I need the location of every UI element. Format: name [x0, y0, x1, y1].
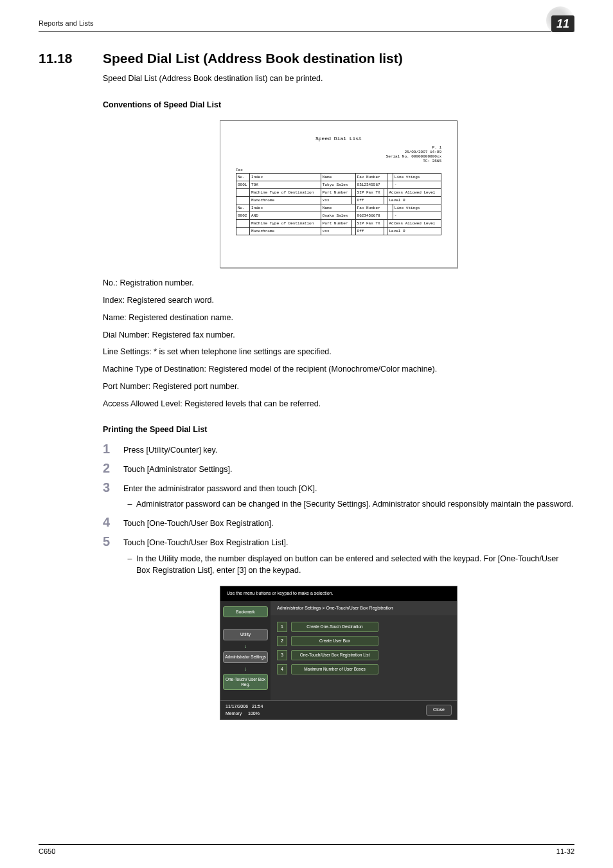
report-table: No. Index Name Fax Number Line ttings 00… [236, 173, 441, 235]
report-page: P. 1 [236, 145, 441, 150]
step-text: Touch [One-Touch/User Box Registration L… [123, 537, 574, 549]
report-datetime: 25/09/2007 14:09 [236, 150, 441, 154]
menu-item-1[interactable]: 1 Create One-Touch Destination [277, 622, 450, 632]
table-row: 0002 AND Osaka Sales 0623456678 - [236, 212, 441, 220]
step-text: Enter the administrator password and the… [123, 483, 574, 495]
top-rule [39, 31, 574, 32]
footer-left: C650 [39, 847, 55, 855]
report-meta: P. 1 25/09/2007 14:09 Serial No. 0000000… [236, 145, 441, 164]
col-lineset: Line ttings [393, 174, 441, 181]
dash-icon: – [123, 498, 136, 511]
menu-number: 1 [277, 622, 287, 632]
def-name: Name: Registered destination name. [103, 312, 574, 324]
step-number: 5 [103, 535, 123, 577]
report-serial: Serial No. 00000000000xx [236, 154, 441, 159]
step-sub: – Administrator password can be changed … [123, 498, 574, 511]
screen-instruction: Use the menu buttons or keypad to make a… [220, 586, 457, 601]
col-name: Name [321, 174, 355, 181]
step-text: Press [Utility/Counter] key. [123, 442, 574, 457]
table-row: 0001 TOK Tokyo Sales 0312345567 - [236, 181, 441, 189]
arrow-down-icon: ↓ [223, 643, 268, 651]
menu-label: Maximum Number of User Boxes [291, 664, 378, 674]
step-number: 1 [103, 442, 123, 457]
body: Speed Dial List (Address Book destinatio… [103, 73, 574, 720]
step-5: 5 Touch [One-Touch/User Box Registration… [103, 535, 574, 577]
menu-item-2[interactable]: 2 Create User Box [277, 636, 450, 646]
footer-status: 11/17/2006 21:54 Memory 100% [226, 703, 263, 717]
step-sub-text: In the Utility mode, the number displaye… [136, 553, 574, 577]
printing-heading: Printing the Speed Dial List [103, 424, 574, 436]
report-sheet: Speed Dial List P. 1 25/09/2007 14:09 Se… [220, 120, 458, 269]
step-text: Touch [Administrator Settings]. [123, 462, 574, 476]
step-text: Touch [One-Touch/User Box Registration]. [123, 516, 574, 530]
screen-breadcrumb: Administrator Settings > One-Touch/User … [271, 601, 457, 616]
report-group: Fax [236, 167, 441, 173]
report-preview: Speed Dial List P. 1 25/09/2007 14:09 Se… [220, 120, 458, 269]
menu-number: 3 [277, 650, 287, 660]
report-tc: TC: 3565 [236, 159, 441, 163]
menu-number: 4 [277, 664, 287, 674]
def-index: Index: Registered search word. [103, 294, 574, 307]
chapter-number-badge: 11 [551, 15, 574, 32]
screen-main: Administrator Settings > One-Touch/User … [271, 601, 457, 701]
utility-button[interactable]: Utility [223, 629, 268, 640]
def-line: Line Settings: * is set when telephone l… [103, 346, 574, 358]
def-port: Port Number: Registered port number. [103, 381, 574, 393]
step-2: 2 Touch [Administrator Settings]. [103, 462, 574, 476]
col-line [387, 174, 393, 181]
table-subrow-val: Monochrome xxx Off Level 0 [236, 197, 441, 204]
conventions-heading: Conventions of Speed Dial List [103, 99, 574, 111]
report-title: Speed Dial List [236, 135, 441, 143]
section-number: 11.18 [39, 51, 103, 66]
screen-sidebar: Bookmark Utility ↓ Administrator Setting… [220, 601, 271, 701]
one-touch-button[interactable]: One-Touch/ User Box Reg. [223, 674, 268, 691]
intro-text: Speed Dial List (Address Book destinatio… [103, 73, 574, 85]
table-subrow: Machine Type of Destination Port Number … [236, 189, 441, 197]
running-head: Reports and Lists [39, 19, 574, 30]
step-4: 4 Touch [One-Touch/User Box Registration… [103, 516, 574, 530]
table-subrow-val: Monochrome xxx Off Level 0 [236, 228, 441, 235]
def-no: No.: Registration number. [103, 277, 574, 289]
step-number: 2 [103, 462, 123, 476]
col-index: Index [250, 174, 321, 181]
section-heading: 11.18 Speed Dial List (Address Book dest… [39, 51, 574, 66]
table-subrow: Machine Type of Destination Port Number … [236, 220, 441, 228]
col-fax: Fax Number [355, 174, 387, 181]
step-3: 3 Enter the administrator password and t… [103, 481, 574, 511]
menu-label: Create User Box [291, 636, 378, 646]
dash-icon: – [123, 553, 136, 577]
menu-item-3[interactable]: 3 One-Touch/User Box Registration List [277, 650, 450, 660]
step-number: 3 [103, 481, 123, 511]
def-mtype: Machine Type of Destination: Registered … [103, 363, 574, 375]
page-footer: C650 11-32 [39, 844, 574, 855]
step-sub: – In the Utility mode, the number displa… [123, 553, 574, 577]
menu-number: 2 [277, 636, 287, 646]
def-dial: Dial Number: Registered fax number. [103, 329, 574, 341]
footer-right: 11-32 [556, 847, 574, 855]
menu-item-4[interactable]: 4 Maximum Number of User Boxes [277, 664, 450, 674]
admin-settings-button[interactable]: Administrator Settings [223, 651, 268, 663]
utility-screenshot: Use the menu buttons or keypad to make a… [220, 586, 458, 720]
step-number: 4 [103, 516, 123, 530]
screen-footer: 11/17/2006 21:54 Memory 100% Close [220, 700, 457, 719]
close-button[interactable]: Close [426, 705, 452, 716]
page: Reports and Lists 11 11.18 Speed Dial Li… [0, 0, 613, 868]
step-sub-text: Administrator password can be changed in… [136, 498, 574, 511]
col-no: No. [236, 174, 250, 181]
bookmark-button[interactable]: Bookmark [223, 606, 268, 618]
step-1: 1 Press [Utility/Counter] key. [103, 442, 574, 457]
arrow-down-icon: ↓ [223, 665, 268, 673]
section-title: Speed Dial List (Address Book destinatio… [103, 51, 403, 66]
def-access: Access Allowed Level: Registered levels … [103, 398, 574, 410]
menu-label: Create One-Touch Destination [291, 622, 378, 632]
menu-label: One-Touch/User Box Registration List [291, 650, 378, 660]
